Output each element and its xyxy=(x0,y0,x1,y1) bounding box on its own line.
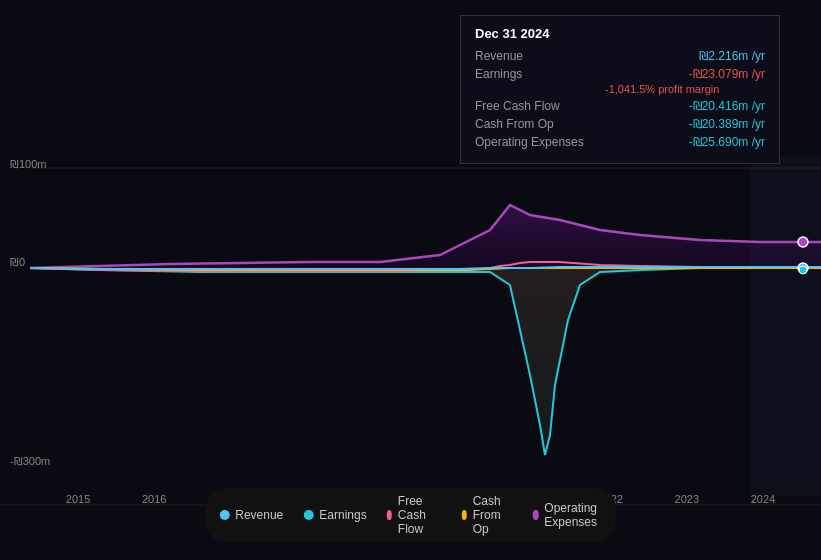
legend-earnings-label: Earnings xyxy=(319,508,366,522)
tooltip-earnings-label: Earnings xyxy=(475,67,595,81)
chart-legend: Revenue Earnings Free Cash Flow Cash Fro… xyxy=(205,488,616,542)
chart-container: ₪100m ₪0 -₪300m 2015 2016 2017 2018 2019… xyxy=(0,0,821,560)
legend-earnings[interactable]: Earnings xyxy=(303,508,366,522)
y-label-neg300m: -₪300m xyxy=(10,455,50,468)
x-label-2023: 2023 xyxy=(675,493,699,505)
legend-cashfromop[interactable]: Cash From Op xyxy=(462,494,514,536)
legend-fcf[interactable]: Free Cash Flow xyxy=(387,494,442,536)
legend-cashfromop-label: Cash From Op xyxy=(473,494,513,536)
svg-point-6 xyxy=(799,266,807,274)
legend-opex[interactable]: Operating Expenses xyxy=(533,501,602,529)
legend-fcf-dot xyxy=(387,510,392,520)
tooltip-opex-label: Operating Expenses xyxy=(475,135,595,149)
svg-point-4 xyxy=(798,237,808,247)
tooltip-earnings-row: Earnings -₪23.079m /yr xyxy=(475,67,765,81)
tooltip-fcf-label: Free Cash Flow xyxy=(475,99,595,113)
tooltip-earnings-value: -₪23.079m /yr xyxy=(689,67,765,81)
tooltip-date: Dec 31 2024 xyxy=(475,26,765,41)
legend-revenue[interactable]: Revenue xyxy=(219,508,283,522)
tooltip-revenue-label: Revenue xyxy=(475,49,595,63)
x-label-2015: 2015 xyxy=(66,493,90,505)
y-label-0: ₪0 xyxy=(10,256,25,269)
tooltip-cashfromop-value: -₪20.389m /yr xyxy=(689,117,765,131)
legend-revenue-label: Revenue xyxy=(235,508,283,522)
tooltip-opex-value: -₪25.690m /yr xyxy=(689,135,765,149)
tooltip-profit-margin: -1,041.5% profit margin xyxy=(605,83,765,95)
legend-revenue-dot xyxy=(219,510,229,520)
x-label-2016: 2016 xyxy=(142,493,166,505)
x-label-2024: 2024 xyxy=(751,493,775,505)
legend-cashfromop-dot xyxy=(462,510,467,520)
tooltip-revenue-value: ₪2.216m /yr xyxy=(699,49,765,63)
tooltip-fcf-row: Free Cash Flow -₪20.416m /yr xyxy=(475,99,765,113)
legend-earnings-dot xyxy=(303,510,313,520)
tooltip-cashfromop-label: Cash From Op xyxy=(475,117,595,131)
tooltip-revenue-row: Revenue ₪2.216m /yr xyxy=(475,49,765,63)
tooltip-cashfromop-row: Cash From Op -₪20.389m /yr xyxy=(475,117,765,131)
svg-rect-1 xyxy=(750,155,821,495)
y-label-100m: ₪100m xyxy=(10,158,47,171)
legend-fcf-label: Free Cash Flow xyxy=(398,494,442,536)
tooltip-fcf-value: -₪20.416m /yr xyxy=(689,99,765,113)
tooltip-panel: Dec 31 2024 Revenue ₪2.216m /yr Earnings… xyxy=(460,15,780,164)
legend-opex-dot xyxy=(533,510,538,520)
legend-opex-label: Operating Expenses xyxy=(544,501,601,529)
tooltip-opex-row: Operating Expenses -₪25.690m /yr xyxy=(475,135,765,149)
